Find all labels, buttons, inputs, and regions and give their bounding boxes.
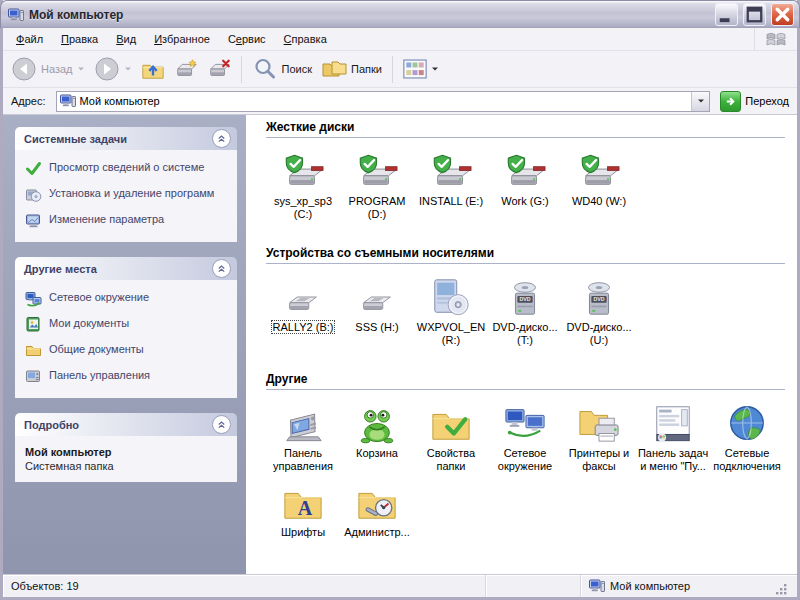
task-pane: Системные задачи Просмотр сведений о сис… xyxy=(3,115,246,574)
file-group-2: ДругиеПанельуправленияКорзинаСвойствапап… xyxy=(266,372,785,547)
menu-item-3[interactable]: Избранное xyxy=(145,30,219,48)
disconnect-network-drive-button[interactable] xyxy=(203,54,235,84)
file-item[interactable]: DVDDVD-диско...(T:) xyxy=(488,276,562,347)
map-network-drive-button[interactable] xyxy=(170,54,202,84)
hard-drive-icon xyxy=(575,150,623,192)
group-title: Устройства со съемными носителями xyxy=(266,246,785,264)
maximize-button[interactable] xyxy=(743,3,766,26)
hard-drive-icon xyxy=(501,150,549,192)
change-setting-icon xyxy=(25,212,42,229)
group-items: ПанельуправленияКорзинаСвойствапапкиСете… xyxy=(266,402,785,547)
address-location-icon xyxy=(60,93,76,109)
file-item[interactable]: DVDDVD-диско...(U:) xyxy=(562,276,636,347)
file-item[interactable]: sys_xp_sp3(C:) xyxy=(266,150,340,221)
views-button[interactable] xyxy=(399,56,443,82)
search-label: Поиск xyxy=(282,63,312,75)
task-label: Общие документы xyxy=(49,342,144,356)
file-item[interactable]: INSTALL (E:) xyxy=(414,150,488,221)
taskbar-start-menu-icon xyxy=(649,402,697,444)
collapse-button[interactable] xyxy=(212,259,231,278)
minimize-button[interactable] xyxy=(715,3,738,26)
back-label: Назад xyxy=(41,63,73,75)
disconnect-drive-icon xyxy=(207,57,231,81)
details-header[interactable]: Подробно xyxy=(15,413,237,436)
task-link[interactable]: Общие документы xyxy=(25,342,231,359)
task-link[interactable]: Сетевое окружение xyxy=(25,290,231,307)
folder-options-icon xyxy=(427,402,475,444)
file-item[interactable]: Свойствапапки xyxy=(414,402,488,473)
back-button[interactable]: Назад xyxy=(7,53,89,85)
toolbar-separator xyxy=(392,56,393,83)
my-computer-icon xyxy=(8,7,24,23)
title-bar[interactable]: Мой компьютер xyxy=(0,0,800,28)
resize-grip[interactable] xyxy=(775,583,789,597)
file-group-1: Устройства со съемными носителямиRALLY2 … xyxy=(266,246,785,355)
menu-item-0[interactable]: Файл xyxy=(7,30,52,48)
file-item[interactable]: Администр... xyxy=(340,481,414,539)
close-button[interactable] xyxy=(771,3,794,26)
task-link[interactable]: Просмотр сведений о системе xyxy=(25,160,231,177)
file-item-label: DVD-диско...(T:) xyxy=(488,321,562,347)
folders-button[interactable]: Папки xyxy=(317,53,386,85)
menu-item-5[interactable]: Справка xyxy=(275,30,336,48)
system-tasks-header[interactable]: Системные задачи xyxy=(15,127,237,150)
file-item-label: Корзина xyxy=(340,447,414,460)
task-link[interactable]: Панель управления xyxy=(25,368,231,385)
dvd-drive-icon: DVD xyxy=(575,276,623,318)
file-item-label: Администр... xyxy=(340,526,414,539)
menu-item-2[interactable]: Вид xyxy=(107,30,145,48)
views-icon xyxy=(403,59,427,79)
svg-text:DVD: DVD xyxy=(519,296,530,302)
file-item[interactable]: WD40 (W:) xyxy=(562,150,636,221)
file-item-label: Work (G:) xyxy=(488,195,562,208)
file-item[interactable]: WXPVOL_EN(R:) xyxy=(414,276,488,347)
toolbar: Назад Поиск Папки xyxy=(3,51,797,88)
forward-button[interactable] xyxy=(90,53,136,85)
file-item[interactable]: Сетевоеокружение xyxy=(488,402,562,473)
toolbar-separator xyxy=(241,56,242,83)
file-item[interactable]: Корзина xyxy=(340,402,414,473)
group-items: RALLY2 (B:)SSS (H:)WXPVOL_EN(R:)DVDDVD-д… xyxy=(266,276,785,355)
address-bar: Адрес: Мой компьютер Переход xyxy=(3,88,797,115)
close-icon xyxy=(772,4,793,25)
removable-drive-icon xyxy=(353,276,401,318)
up-button[interactable] xyxy=(137,54,169,84)
file-item[interactable]: Сетевыеподключения xyxy=(710,402,784,473)
task-link[interactable]: Мои документы xyxy=(25,316,231,333)
windows-logo xyxy=(754,28,797,50)
go-button[interactable]: Переход xyxy=(715,91,794,112)
collapse-button[interactable] xyxy=(212,415,231,434)
network-places-icon xyxy=(25,290,42,307)
address-label: Адрес: xyxy=(6,95,51,107)
file-area: Жесткие дискиsys_xp_sp3(C:)PROGRAM(D:)IN… xyxy=(246,115,797,574)
search-icon xyxy=(252,56,278,82)
task-label: Сетевое окружение xyxy=(49,290,149,304)
file-item[interactable]: Work (G:) xyxy=(488,150,562,221)
group-title: Жесткие диски xyxy=(266,120,785,138)
file-item-label: Панель задачи меню "Пу... xyxy=(636,447,710,473)
status-location: Мой компьютер xyxy=(581,575,797,597)
collapse-button[interactable] xyxy=(212,129,231,148)
go-arrow-icon xyxy=(720,91,741,112)
other-places-header[interactable]: Другие места xyxy=(15,257,237,280)
file-item[interactable]: AШрифты xyxy=(266,481,340,539)
task-link[interactable]: Установка и удаление программ xyxy=(25,186,231,203)
my-documents-icon xyxy=(25,316,42,333)
file-item[interactable]: PROGRAM(D:) xyxy=(340,150,414,221)
control-panel-small-icon xyxy=(25,368,42,385)
search-button[interactable]: Поиск xyxy=(248,53,316,85)
system-tasks-title: Системные задачи xyxy=(24,133,127,145)
file-item[interactable]: SSS (H:) xyxy=(340,276,414,347)
task-label: Панель управления xyxy=(49,368,150,382)
address-input[interactable]: Мой компьютер xyxy=(56,91,711,112)
file-item[interactable]: Панельуправления xyxy=(266,402,340,473)
task-link[interactable]: Изменение параметра xyxy=(25,212,231,229)
menu-item-4[interactable]: Сервис xyxy=(219,30,275,48)
file-item[interactable]: Панель задачи меню "Пу... xyxy=(636,402,710,473)
back-dropdown-icon xyxy=(77,66,85,72)
details-item-desc: Системная папка xyxy=(25,460,231,478)
file-item[interactable]: RALLY2 (B:) xyxy=(266,276,340,347)
menu-item-1[interactable]: Правка xyxy=(52,30,107,48)
address-dropdown-button[interactable] xyxy=(691,92,709,111)
file-item[interactable]: Принтеры ифаксы xyxy=(562,402,636,473)
